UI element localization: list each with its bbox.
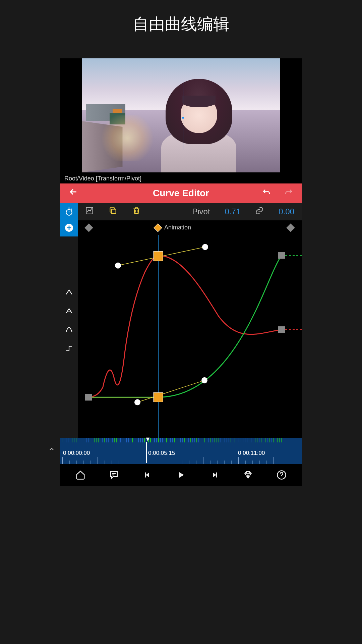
timeline[interactable]: ▼ 0:00:00:00 0:00:05:15 0:00:11:00 [60, 438, 302, 464]
page-title: 自由曲线编辑 [0, 0, 362, 45]
svg-rect-10 [85, 394, 92, 400]
svg-rect-3 [112, 209, 116, 214]
keyframe-current[interactable] [154, 223, 162, 232]
redo-button[interactable] [284, 187, 294, 200]
bottom-bar [60, 464, 302, 486]
step-interp-icon[interactable] [64, 343, 74, 354]
help-icon[interactable] [274, 468, 289, 482]
undo-button[interactable] [261, 187, 272, 200]
link-icon[interactable] [255, 206, 264, 217]
editor-body: Pivot 0.71 0.00 Animation [60, 203, 302, 438]
add-button[interactable] [64, 222, 74, 233]
crosshair-horizontal [82, 118, 280, 118]
svg-point-16 [202, 244, 208, 250]
crosshair-vertical [183, 81, 183, 150]
step-forward-icon[interactable] [207, 468, 222, 482]
delete-icon[interactable] [132, 206, 141, 217]
playhead-icon[interactable]: ▼ [145, 436, 151, 443]
diamond-icon[interactable] [241, 468, 255, 482]
timeline-time-1: 0:00:05:15 [148, 450, 175, 457]
sidebar [60, 203, 78, 438]
timeline-time-2: 0:00:11:00 [238, 450, 265, 457]
svg-rect-14 [154, 392, 163, 402]
ease-interp-icon[interactable] [64, 324, 74, 335]
keyframe-label: Animation [164, 224, 191, 231]
property-value-2[interactable]: 0.00 [279, 207, 294, 216]
editor-header: Curve Editor [60, 183, 302, 203]
svg-point-17 [134, 399, 140, 405]
back-button[interactable] [68, 187, 78, 200]
linear-interp-icon[interactable] [64, 287, 74, 298]
timeline-time-0: 0:00:00:00 [63, 450, 90, 457]
svg-rect-13 [154, 251, 163, 261]
home-icon[interactable] [73, 468, 88, 482]
comment-icon[interactable] [107, 468, 121, 482]
svg-point-15 [115, 263, 121, 269]
svg-point-18 [201, 377, 207, 383]
bezier-interp-icon[interactable] [64, 306, 74, 316]
copy-icon[interactable] [109, 206, 117, 217]
step-back-icon[interactable] [140, 468, 155, 482]
property-label: Pivot [192, 207, 210, 216]
graph-icon[interactable] [85, 206, 94, 217]
keyframe-next[interactable] [286, 223, 295, 232]
editor-title: Curve Editor [153, 188, 209, 199]
svg-rect-11 [278, 252, 285, 259]
keyframe-prev[interactable] [84, 223, 93, 232]
video-preview [82, 58, 280, 172]
svg-line-8 [137, 380, 204, 402]
property-value-1[interactable]: 0.71 [225, 207, 241, 216]
timeline-collapse-icon[interactable] [48, 446, 55, 454]
curve-canvas[interactable] [78, 235, 302, 438]
stopwatch-icon[interactable] [64, 206, 74, 217]
main-area: Pivot 0.71 0.00 Animation [78, 203, 302, 438]
play-icon[interactable] [174, 468, 188, 482]
toolbar: Pivot 0.71 0.00 [78, 203, 302, 220]
pivot-point[interactable] [182, 117, 184, 119]
svg-rect-12 [278, 326, 285, 333]
keyframe-row: Animation [78, 220, 302, 235]
device-frame: Root/Video.[Transform/Pivot] Curve Edito… [60, 58, 302, 486]
breadcrumb: Root/Video.[Transform/Pivot] [64, 172, 298, 183]
